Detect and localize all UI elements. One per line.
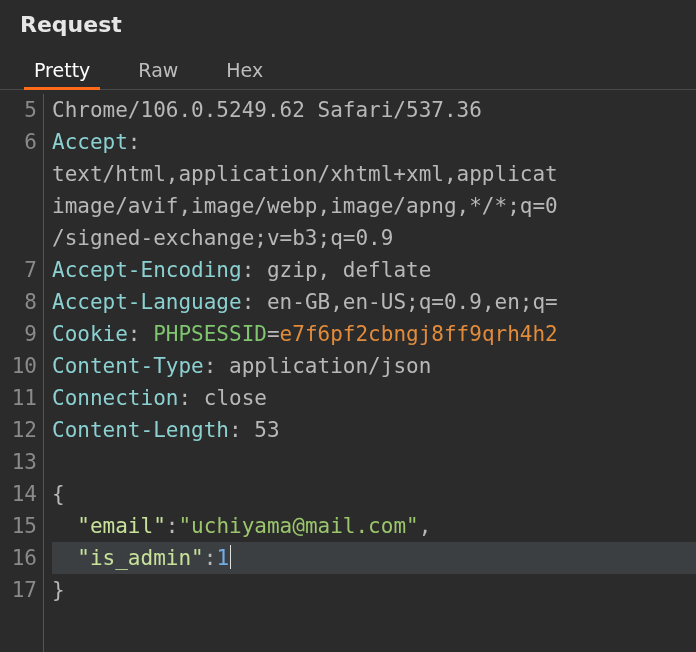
line-number: 16 (0, 542, 37, 574)
token-key: "is_admin" (77, 546, 203, 570)
panel-title: Request (0, 0, 696, 53)
line-number: 9 (0, 318, 37, 350)
request-panel: Request Pretty Raw Hex 56789101112131415… (0, 0, 696, 652)
line-number: 5 (0, 94, 37, 126)
token-plain: 53 (254, 418, 279, 442)
token-punc: : (242, 258, 267, 282)
token-num: 1 (216, 546, 229, 570)
token-cookie-name: PHPSESSID (153, 322, 267, 346)
token-header: Accept-Language (52, 290, 242, 314)
code-editor[interactable]: 567891011121314151617 Chrome/106.0.5249.… (0, 90, 696, 652)
token-punc: : (166, 514, 179, 538)
line-number: 15 (0, 510, 37, 542)
code-line[interactable]: image/avif,image/webp,image/apng,*/*;q=0 (52, 190, 696, 222)
code-content[interactable]: Chrome/106.0.5249.62 Safari/537.36Accept… (44, 94, 696, 652)
code-line[interactable]: } (52, 574, 696, 606)
token-plain: application/json (229, 354, 431, 378)
line-number: 17 (0, 574, 37, 606)
token-punc: : (128, 322, 153, 346)
token-str: "uchiyama@mail.com" (178, 514, 418, 538)
token-header: Connection (52, 386, 178, 410)
token-plain: /signed-exchange;v=b3;q=0.9 (52, 226, 393, 250)
code-line[interactable]: Connection: close (52, 382, 696, 414)
line-number: 12 (0, 414, 37, 446)
line-number: 11 (0, 382, 37, 414)
token-cookie-val: e7f6pf2cbngj8ff9qrh4h2 (280, 322, 558, 346)
line-number: 6 (0, 126, 37, 158)
code-line[interactable]: { (52, 478, 696, 510)
code-line[interactable]: Chrome/106.0.5249.62 Safari/537.36 (52, 94, 696, 126)
token-plain: image/avif,image/webp,image/apng,*/*;q=0 (52, 194, 558, 218)
line-number (0, 222, 37, 254)
token-header: Content-Type (52, 354, 204, 378)
code-line[interactable]: Accept-Encoding: gzip, deflate (52, 254, 696, 286)
token-punc: : (204, 546, 217, 570)
code-line[interactable]: Content-Length: 53 (52, 414, 696, 446)
code-line[interactable]: /signed-exchange;v=b3;q=0.9 (52, 222, 696, 254)
token-plain: en-GB,en-US;q=0.9,en;q= (267, 290, 558, 314)
token-plain (52, 546, 77, 570)
line-number: 10 (0, 350, 37, 382)
line-number: 8 (0, 286, 37, 318)
token-key: "email" (77, 514, 166, 538)
token-punc: : (229, 418, 254, 442)
code-line[interactable]: Accept-Language: en-GB,en-US;q=0.9,en;q= (52, 286, 696, 318)
code-line[interactable]: Accept: (52, 126, 696, 158)
token-plain: gzip, deflate (267, 258, 431, 282)
line-number: 7 (0, 254, 37, 286)
token-punc: : (242, 290, 267, 314)
token-plain (52, 514, 77, 538)
token-punc: , (419, 514, 432, 538)
text-cursor (230, 545, 231, 569)
token-punc: = (267, 322, 280, 346)
code-line[interactable]: "is_admin":1 (52, 542, 696, 574)
line-number: 13 (0, 446, 37, 478)
token-punc: { (52, 482, 65, 506)
code-line[interactable]: Content-Type: application/json (52, 350, 696, 382)
code-line[interactable] (52, 446, 696, 478)
line-number: 14 (0, 478, 37, 510)
view-tabs: Pretty Raw Hex (0, 53, 696, 90)
token-punc: } (52, 578, 65, 602)
token-punc: : (178, 386, 203, 410)
token-header: Accept-Encoding (52, 258, 242, 282)
line-number (0, 158, 37, 190)
token-plain: text/html,application/xhtml+xml,applicat (52, 162, 558, 186)
line-number (0, 190, 37, 222)
token-plain: close (204, 386, 267, 410)
line-number-gutter: 567891011121314151617 (0, 94, 44, 652)
token-punc: : (128, 130, 141, 154)
code-line[interactable]: "email":"uchiyama@mail.com", (52, 510, 696, 542)
code-line[interactable]: text/html,application/xhtml+xml,applicat (52, 158, 696, 190)
token-header: Cookie (52, 322, 128, 346)
tab-hex[interactable]: Hex (220, 53, 269, 89)
token-header: Content-Length (52, 418, 229, 442)
token-header: Accept (52, 130, 128, 154)
token-punc: : (204, 354, 229, 378)
token-plain: Chrome/106.0.5249.62 Safari/537.36 (52, 98, 482, 122)
code-line[interactable]: Cookie: PHPSESSID=e7f6pf2cbngj8ff9qrh4h2 (52, 318, 696, 350)
tab-raw[interactable]: Raw (132, 53, 184, 89)
tab-pretty[interactable]: Pretty (28, 53, 96, 89)
